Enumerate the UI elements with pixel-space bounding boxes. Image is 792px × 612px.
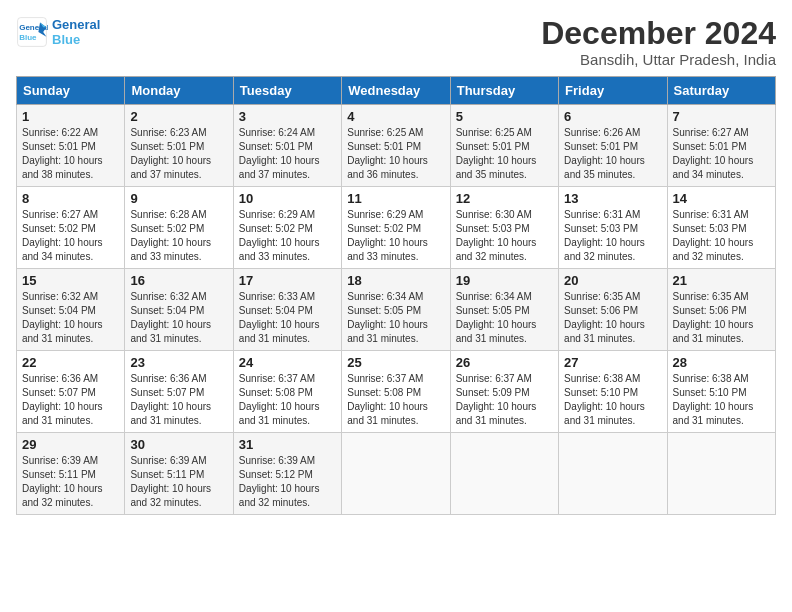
day-detail: Sunrise: 6:33 AM Sunset: 5:04 PM Dayligh… [239, 290, 336, 346]
day-number: 16 [130, 273, 227, 288]
day-number: 15 [22, 273, 119, 288]
calendar-cell: 22Sunrise: 6:36 AM Sunset: 5:07 PM Dayli… [17, 351, 125, 433]
day-number: 27 [564, 355, 661, 370]
calendar-cell [667, 433, 775, 515]
day-number: 21 [673, 273, 770, 288]
calendar-cell: 17Sunrise: 6:33 AM Sunset: 5:04 PM Dayli… [233, 269, 341, 351]
day-number: 8 [22, 191, 119, 206]
day-number: 19 [456, 273, 553, 288]
calendar-cell: 29Sunrise: 6:39 AM Sunset: 5:11 PM Dayli… [17, 433, 125, 515]
calendar-cell: 15Sunrise: 6:32 AM Sunset: 5:04 PM Dayli… [17, 269, 125, 351]
day-number: 17 [239, 273, 336, 288]
calendar-cell: 28Sunrise: 6:38 AM Sunset: 5:10 PM Dayli… [667, 351, 775, 433]
logo-line1: General [52, 17, 100, 32]
day-number: 30 [130, 437, 227, 452]
day-number: 20 [564, 273, 661, 288]
calendar-week-2: 8Sunrise: 6:27 AM Sunset: 5:02 PM Daylig… [17, 187, 776, 269]
calendar-cell: 10Sunrise: 6:29 AM Sunset: 5:02 PM Dayli… [233, 187, 341, 269]
logo-wordmark: General Blue [52, 17, 100, 47]
weekday-header-tuesday: Tuesday [233, 77, 341, 105]
calendar-cell: 6Sunrise: 6:26 AM Sunset: 5:01 PM Daylig… [559, 105, 667, 187]
calendar-cell: 1Sunrise: 6:22 AM Sunset: 5:01 PM Daylig… [17, 105, 125, 187]
calendar-cell: 31Sunrise: 6:39 AM Sunset: 5:12 PM Dayli… [233, 433, 341, 515]
day-detail: Sunrise: 6:39 AM Sunset: 5:11 PM Dayligh… [130, 454, 227, 510]
day-detail: Sunrise: 6:34 AM Sunset: 5:05 PM Dayligh… [456, 290, 553, 346]
day-number: 24 [239, 355, 336, 370]
day-detail: Sunrise: 6:35 AM Sunset: 5:06 PM Dayligh… [673, 290, 770, 346]
day-detail: Sunrise: 6:29 AM Sunset: 5:02 PM Dayligh… [239, 208, 336, 264]
weekday-header-friday: Friday [559, 77, 667, 105]
page-header: General Blue General Blue December 2024 … [16, 16, 776, 68]
day-number: 2 [130, 109, 227, 124]
calendar-cell: 7Sunrise: 6:27 AM Sunset: 5:01 PM Daylig… [667, 105, 775, 187]
logo-icon: General Blue [16, 16, 48, 48]
day-number: 9 [130, 191, 227, 206]
calendar-subtitle: Bansdih, Uttar Pradesh, India [541, 51, 776, 68]
calendar-cell: 16Sunrise: 6:32 AM Sunset: 5:04 PM Dayli… [125, 269, 233, 351]
calendar-cell [450, 433, 558, 515]
day-detail: Sunrise: 6:23 AM Sunset: 5:01 PM Dayligh… [130, 126, 227, 182]
day-detail: Sunrise: 6:29 AM Sunset: 5:02 PM Dayligh… [347, 208, 444, 264]
calendar-week-5: 29Sunrise: 6:39 AM Sunset: 5:11 PM Dayli… [17, 433, 776, 515]
day-number: 7 [673, 109, 770, 124]
calendar-table: SundayMondayTuesdayWednesdayThursdayFrid… [16, 76, 776, 515]
calendar-cell: 25Sunrise: 6:37 AM Sunset: 5:08 PM Dayli… [342, 351, 450, 433]
calendar-header-row: SundayMondayTuesdayWednesdayThursdayFrid… [17, 77, 776, 105]
day-number: 23 [130, 355, 227, 370]
day-detail: Sunrise: 6:24 AM Sunset: 5:01 PM Dayligh… [239, 126, 336, 182]
day-number: 1 [22, 109, 119, 124]
day-number: 22 [22, 355, 119, 370]
calendar-cell: 30Sunrise: 6:39 AM Sunset: 5:11 PM Dayli… [125, 433, 233, 515]
calendar-cell: 4Sunrise: 6:25 AM Sunset: 5:01 PM Daylig… [342, 105, 450, 187]
logo: General Blue General Blue [16, 16, 100, 48]
calendar-week-3: 15Sunrise: 6:32 AM Sunset: 5:04 PM Dayli… [17, 269, 776, 351]
day-detail: Sunrise: 6:30 AM Sunset: 5:03 PM Dayligh… [456, 208, 553, 264]
day-detail: Sunrise: 6:37 AM Sunset: 5:09 PM Dayligh… [456, 372, 553, 428]
day-number: 28 [673, 355, 770, 370]
day-detail: Sunrise: 6:26 AM Sunset: 5:01 PM Dayligh… [564, 126, 661, 182]
day-detail: Sunrise: 6:25 AM Sunset: 5:01 PM Dayligh… [347, 126, 444, 182]
calendar-cell: 12Sunrise: 6:30 AM Sunset: 5:03 PM Dayli… [450, 187, 558, 269]
day-number: 10 [239, 191, 336, 206]
calendar-cell: 21Sunrise: 6:35 AM Sunset: 5:06 PM Dayli… [667, 269, 775, 351]
logo-line2: Blue [52, 32, 100, 47]
weekday-header-sunday: Sunday [17, 77, 125, 105]
calendar-cell: 23Sunrise: 6:36 AM Sunset: 5:07 PM Dayli… [125, 351, 233, 433]
day-number: 11 [347, 191, 444, 206]
weekday-header-saturday: Saturday [667, 77, 775, 105]
day-detail: Sunrise: 6:25 AM Sunset: 5:01 PM Dayligh… [456, 126, 553, 182]
day-detail: Sunrise: 6:27 AM Sunset: 5:02 PM Dayligh… [22, 208, 119, 264]
calendar-cell: 26Sunrise: 6:37 AM Sunset: 5:09 PM Dayli… [450, 351, 558, 433]
weekday-header-wednesday: Wednesday [342, 77, 450, 105]
weekday-header-thursday: Thursday [450, 77, 558, 105]
day-detail: Sunrise: 6:37 AM Sunset: 5:08 PM Dayligh… [239, 372, 336, 428]
day-detail: Sunrise: 6:31 AM Sunset: 5:03 PM Dayligh… [673, 208, 770, 264]
calendar-cell: 2Sunrise: 6:23 AM Sunset: 5:01 PM Daylig… [125, 105, 233, 187]
day-number: 31 [239, 437, 336, 452]
title-block: December 2024 Bansdih, Uttar Pradesh, In… [541, 16, 776, 68]
day-detail: Sunrise: 6:38 AM Sunset: 5:10 PM Dayligh… [564, 372, 661, 428]
day-detail: Sunrise: 6:39 AM Sunset: 5:12 PM Dayligh… [239, 454, 336, 510]
svg-text:Blue: Blue [19, 33, 37, 42]
day-detail: Sunrise: 6:34 AM Sunset: 5:05 PM Dayligh… [347, 290, 444, 346]
day-detail: Sunrise: 6:38 AM Sunset: 5:10 PM Dayligh… [673, 372, 770, 428]
calendar-cell: 18Sunrise: 6:34 AM Sunset: 5:05 PM Dayli… [342, 269, 450, 351]
calendar-cell: 14Sunrise: 6:31 AM Sunset: 5:03 PM Dayli… [667, 187, 775, 269]
calendar-week-4: 22Sunrise: 6:36 AM Sunset: 5:07 PM Dayli… [17, 351, 776, 433]
calendar-cell: 5Sunrise: 6:25 AM Sunset: 5:01 PM Daylig… [450, 105, 558, 187]
day-number: 25 [347, 355, 444, 370]
day-detail: Sunrise: 6:37 AM Sunset: 5:08 PM Dayligh… [347, 372, 444, 428]
calendar-cell: 20Sunrise: 6:35 AM Sunset: 5:06 PM Dayli… [559, 269, 667, 351]
day-detail: Sunrise: 6:28 AM Sunset: 5:02 PM Dayligh… [130, 208, 227, 264]
calendar-cell: 27Sunrise: 6:38 AM Sunset: 5:10 PM Dayli… [559, 351, 667, 433]
day-number: 3 [239, 109, 336, 124]
day-number: 6 [564, 109, 661, 124]
day-number: 14 [673, 191, 770, 206]
calendar-cell: 19Sunrise: 6:34 AM Sunset: 5:05 PM Dayli… [450, 269, 558, 351]
day-detail: Sunrise: 6:31 AM Sunset: 5:03 PM Dayligh… [564, 208, 661, 264]
day-number: 12 [456, 191, 553, 206]
calendar-cell: 9Sunrise: 6:28 AM Sunset: 5:02 PM Daylig… [125, 187, 233, 269]
calendar-cell [559, 433, 667, 515]
calendar-cell [342, 433, 450, 515]
weekday-header-monday: Monday [125, 77, 233, 105]
